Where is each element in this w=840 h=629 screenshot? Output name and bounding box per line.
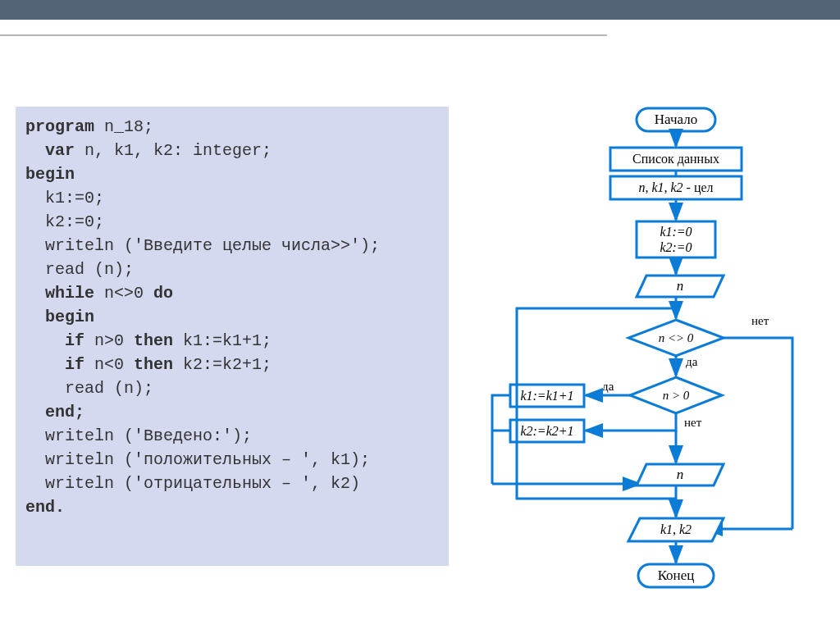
end-text: Конец [658,567,695,583]
code-l10b: n>0 [84,331,134,350]
code-l4: k1:=0; [25,189,104,207]
code-l15: writeln ('положительных – ', k1); [25,450,370,469]
assign2-text: k2:=k2+1 [520,424,573,438]
kw-var: var [45,141,75,160]
cond2-yes: да [602,380,614,393]
code-l14: writeln ('Введено:'); [25,426,252,445]
code-block: program n_18; var n, k1, k2: integer; be… [16,107,449,566]
kw-begin: begin [25,165,75,184]
kw-do: do [153,284,173,303]
code-l1b: n_18; [94,117,153,136]
kw-end1: end; [45,403,84,422]
cond1-text: n <> 0 [659,331,694,344]
code-l11d: k2:=k2+1; [173,355,272,374]
cond2-no: нет [684,416,702,429]
code-l7: read (n); [25,260,134,279]
output-text: k1, k2 [660,522,692,536]
cond1-yes: да [686,355,698,368]
code-l10d: k1:=k1+1; [173,331,272,350]
kw-if1: if [65,331,84,350]
input-n2-text: n [677,467,684,482]
kw-while: while [45,284,94,303]
code-l16: writeln ('отрицательных – ', k2) [25,474,360,493]
datalist-text: Список данных [632,152,719,166]
kw-then2: then [134,355,173,374]
flowchart: Начало Список данных n, k1, k2 - цел k1:… [476,107,829,615]
start-text: Начало [655,112,697,127]
code-l11b: n<0 [84,355,134,374]
init2-text: k2:=0 [660,240,692,254]
code-l6: writeln ('Введите целые числа>>'); [25,236,380,255]
code-l8b: n<>0 [94,284,153,303]
cond2-text: n > 0 [663,389,690,402]
vars-text: n, k1, k2 - цел [638,180,713,195]
top-line [0,34,607,36]
kw-begin2: begin [45,308,94,326]
init1-text: k1:=0 [660,225,692,239]
code-l12: read (n); [25,379,153,398]
kw-program: program [25,117,94,136]
kw-end2: end. [25,498,65,517]
cond1-no: нет [751,314,769,327]
input-n-text: n [677,278,684,294]
kw-then1: then [134,331,173,350]
code-l2b: n, k1, k2: integer; [75,141,272,160]
top-bar [0,0,840,20]
assign1-text: k1:=k1+1 [520,389,573,403]
code-l5: k2:=0; [25,212,104,231]
kw-if2: if [65,355,84,374]
